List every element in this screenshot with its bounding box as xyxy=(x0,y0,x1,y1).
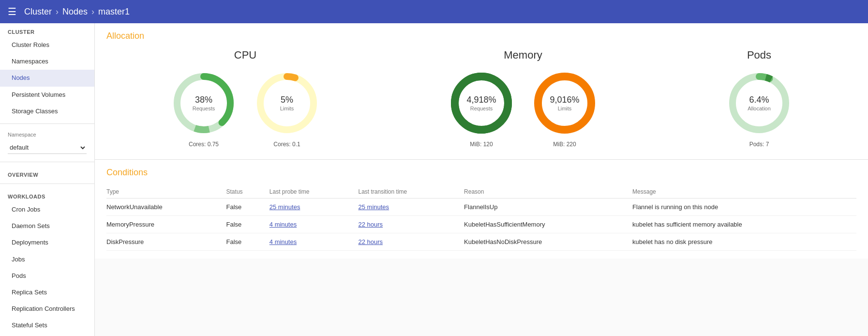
cpu-limits-donut: 5% Limits xyxy=(253,69,321,137)
col-last-probe: Last probe time xyxy=(269,185,359,199)
breadcrumb-current: master1 xyxy=(98,7,130,17)
cpu-chart-group: CPU 38% xyxy=(170,49,321,148)
breadcrumb-sep2: › xyxy=(91,7,94,17)
conditions-section: Conditions Type Status Last probe time L… xyxy=(95,160,868,259)
pods-allocation-chart: 6.4% Allocation Pods: 7 xyxy=(725,69,793,148)
table-row: MemoryPressure False 4 minutes 22 hours … xyxy=(106,216,856,233)
table-row: NetworkUnavailable False 25 minutes 25 m… xyxy=(106,199,856,216)
topbar: ☰ Cluster › Nodes › master1 xyxy=(0,0,868,23)
cpu-limits-footer: Cores: 0.1 xyxy=(273,141,300,148)
cell-status: False xyxy=(226,199,269,216)
memory-limits-pct: 9,016% xyxy=(550,95,579,106)
cpu-group-title: CPU xyxy=(234,49,256,61)
sidebar-item-cluster-roles[interactable]: Cluster Roles xyxy=(0,37,94,53)
col-status: Status xyxy=(226,185,269,199)
sidebar-item-jobs[interactable]: Jobs xyxy=(0,251,94,268)
namespace-select[interactable]: default kube-system kube-public xyxy=(8,141,87,154)
allocation-section: Allocation CPU xyxy=(95,23,868,160)
cpu-limits-center: 5% Limits xyxy=(280,95,294,112)
pods-allocation-footer: Pods: 7 xyxy=(749,141,769,148)
memory-charts-pair: 4,918% Requests MiB: 120 xyxy=(448,69,599,148)
col-message: Message xyxy=(632,185,856,199)
pods-chart-group: Pods 6.4% Allocation xyxy=(725,49,793,148)
sidebar-item-cron-jobs[interactable]: Cron Jobs xyxy=(0,201,94,218)
pods-group-title: Pods xyxy=(747,49,771,61)
sidebar-item-persistent-volumes[interactable]: Persistent Volumes xyxy=(0,87,94,103)
sidebar-divider2 xyxy=(0,162,94,162)
cpu-limits-label: Limits xyxy=(280,105,294,111)
cpu-limits-pct: 5% xyxy=(280,95,294,106)
cell-type: NetworkUnavailable xyxy=(106,199,226,216)
cell-status: False xyxy=(226,216,269,233)
table-row: DiskPressure False 4 minutes 22 hours Ku… xyxy=(106,233,856,251)
memory-limits-chart: 9,016% Limits MiB: 220 xyxy=(531,69,599,148)
cell-type: MemoryPressure xyxy=(106,216,226,233)
memory-requests-pct: 4,918% xyxy=(466,95,496,106)
pods-allocation-label: Allocation xyxy=(748,105,771,111)
breadcrumb-sep1: › xyxy=(56,7,59,17)
sidebar-item-stateful-sets[interactable]: Stateful Sets xyxy=(0,317,94,334)
pods-allocation-pct: 6.4% xyxy=(748,95,771,106)
content-area: Allocation CPU xyxy=(95,23,868,336)
memory-limits-center: 9,016% Limits xyxy=(550,95,579,112)
cell-reason: FlannelIsUp xyxy=(464,199,632,216)
memory-limits-footer: MiB: 220 xyxy=(553,141,576,148)
conditions-table: Type Status Last probe time Last transit… xyxy=(106,185,856,251)
sidebar-divider3 xyxy=(0,183,94,184)
col-last-transition: Last transition time xyxy=(359,185,464,199)
cell-last-transition[interactable]: 25 minutes xyxy=(359,199,464,216)
memory-requests-center: 4,918% Requests xyxy=(466,95,496,112)
cpu-requests-pct: 38% xyxy=(193,95,215,106)
cell-last-probe[interactable]: 4 minutes xyxy=(269,233,359,251)
memory-requests-donut: 4,918% Requests xyxy=(448,69,515,137)
cell-message: kubelet has no disk pressure xyxy=(632,233,856,251)
memory-requests-chart: 4,918% Requests MiB: 120 xyxy=(448,69,515,148)
cpu-limits-chart: 5% Limits Cores: 0.1 xyxy=(253,69,321,148)
cpu-requests-center: 38% Requests xyxy=(193,95,215,112)
sidebar-item-storage-classes[interactable]: Storage Classes xyxy=(0,103,94,120)
sidebar-item-replica-sets[interactable]: Replica Sets xyxy=(0,284,94,301)
cpu-requests-chart: 38% Requests Cores: 0.75 xyxy=(170,69,238,148)
allocation-title: Allocation xyxy=(106,31,856,41)
breadcrumb-nodes[interactable]: Nodes xyxy=(62,7,88,17)
sidebar-workloads-header: Workloads xyxy=(0,188,94,201)
memory-limits-donut: 9,016% Limits xyxy=(531,69,599,137)
memory-requests-label: Requests xyxy=(466,105,496,111)
memory-chart-group: Memory 4,918% Requests xyxy=(448,49,599,148)
cell-reason: KubeletHasNoDiskPressure xyxy=(464,233,632,251)
charts-row: CPU 38% xyxy=(106,49,856,148)
sidebar-divider1 xyxy=(0,123,94,124)
cell-last-transition[interactable]: 22 hours xyxy=(359,233,464,251)
cell-message: Flannel is running on this node xyxy=(632,199,856,216)
sidebar: Cluster Cluster Roles Namespaces Nodes P… xyxy=(0,23,95,336)
cpu-requests-footer: Cores: 0.75 xyxy=(189,141,219,148)
cpu-charts-pair: 38% Requests Cores: 0.75 xyxy=(170,69,321,148)
sidebar-item-pods[interactable]: Pods xyxy=(0,268,94,284)
sidebar-item-namespaces[interactable]: Namespaces xyxy=(0,53,94,70)
pods-allocation-center: 6.4% Allocation xyxy=(748,95,771,112)
menu-icon[interactable]: ☰ xyxy=(8,6,16,17)
cell-type: DiskPressure xyxy=(106,233,226,251)
sidebar-item-replication-controllers[interactable]: Replication Controllers xyxy=(0,301,94,317)
cell-reason: KubeletHasSufficientMemory xyxy=(464,216,632,233)
cell-message: kubelet has sufficient memory available xyxy=(632,216,856,233)
sidebar-overview-header: Overview xyxy=(0,166,94,180)
sidebar-item-nodes[interactable]: Nodes xyxy=(0,70,94,86)
main-layout: Cluster Cluster Roles Namespaces Nodes P… xyxy=(0,23,868,336)
col-type: Type xyxy=(106,185,226,199)
sidebar-cluster-header: Cluster xyxy=(0,23,94,37)
breadcrumb: Cluster › Nodes › master1 xyxy=(24,7,130,17)
cell-last-probe[interactable]: 4 minutes xyxy=(269,216,359,233)
pods-allocation-donut: 6.4% Allocation xyxy=(725,69,793,137)
col-reason: Reason xyxy=(464,185,632,199)
sidebar-namespace-label: Namespace xyxy=(0,128,94,141)
sidebar-item-deployments[interactable]: Deployments xyxy=(0,234,94,251)
sidebar-item-daemon-sets[interactable]: Daemon Sets xyxy=(0,218,94,234)
cell-last-probe[interactable]: 25 minutes xyxy=(269,199,359,216)
cpu-requests-label: Requests xyxy=(193,105,215,111)
cell-status: False xyxy=(226,233,269,251)
breadcrumb-cluster[interactable]: Cluster xyxy=(24,7,52,17)
conditions-title: Conditions xyxy=(106,168,856,178)
memory-limits-label: Limits xyxy=(550,105,579,111)
cell-last-transition[interactable]: 22 hours xyxy=(359,216,464,233)
